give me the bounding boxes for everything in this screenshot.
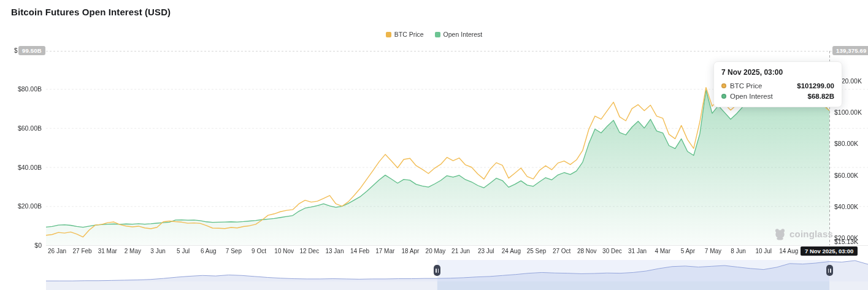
legend-item-btc-price[interactable]: BTC Price	[386, 31, 424, 38]
right-axis-tick: $60.00K	[834, 172, 858, 179]
legend-swatch-icon	[386, 32, 391, 37]
tooltip: 7 Nov 2025, 03:00 BTC Price $101299.00 O…	[713, 61, 842, 107]
legend-item-open-interest[interactable]: Open Interest	[435, 31, 483, 38]
left-axis-tick: $40.00B	[10, 164, 42, 171]
right-axis-max-badge: 139,375.69	[832, 46, 868, 55]
navigator-right-handle[interactable]	[826, 265, 833, 276]
right-axis-tick: $40.00K	[834, 203, 858, 210]
left-axis-tick: $80.00B	[10, 85, 42, 93]
legend-label: BTC Price	[394, 31, 424, 38]
right-axis-tick: $80.00K	[834, 140, 858, 147]
right-axis-tick: $100.00K	[834, 109, 862, 116]
legend-label: Open Interest	[444, 31, 483, 38]
open-interest-dot-icon	[721, 94, 726, 99]
crosshair-date-badge: 7 Nov 2025, 03:00	[801, 246, 858, 256]
left-axis-tick: $60.00B	[10, 124, 42, 132]
navigator-left-handle[interactable]	[434, 265, 440, 276]
legend: BTC PriceOpen Interest	[0, 31, 868, 38]
bitcoin-futures-oi-chart: Bitcoin Futures Open Interest (USD) BTC …	[0, 0, 868, 290]
tooltip-date: 7 Nov 2025, 03:00	[721, 68, 834, 77]
tooltip-label: Open Interest	[730, 93, 773, 100]
tooltip-value: $101299.00	[797, 82, 834, 90]
tooltip-row-open-interest: Open Interest $68.82B	[721, 93, 834, 100]
tooltip-label: BTC Price	[730, 82, 762, 90]
left-axis-max-prefix: $	[14, 47, 18, 54]
left-axis-tick: $20.00B	[10, 202, 42, 210]
btc-price-dot-icon	[721, 83, 726, 88]
right-axis-tick: $15.13K	[834, 238, 858, 245]
tooltip-value: $68.82B	[808, 93, 834, 100]
left-axis-max-badge: 99.50B	[18, 46, 45, 55]
legend-swatch-icon	[435, 32, 440, 37]
left-axis-tick: $0	[10, 242, 42, 249]
chart-title: Bitcoin Futures Open Interest (USD)	[11, 7, 171, 17]
navigator-track[interactable]	[46, 260, 868, 290]
tooltip-row-btc-price: BTC Price $101299.00	[721, 82, 834, 90]
